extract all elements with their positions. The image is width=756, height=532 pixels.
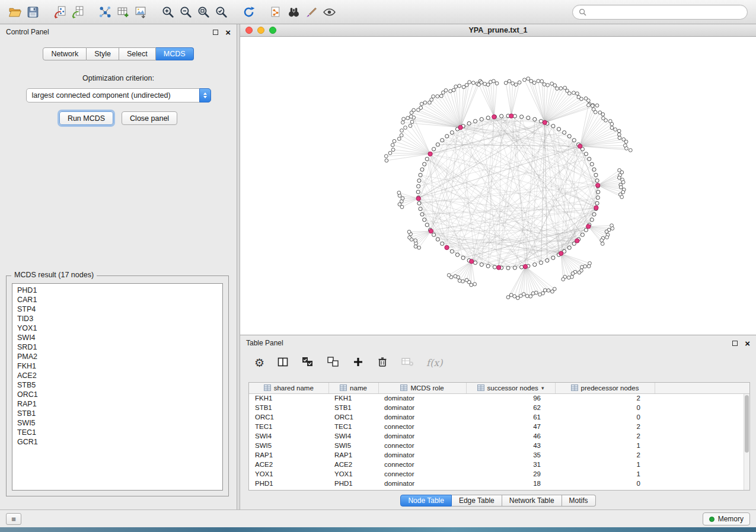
tab-motifs[interactable]: Motifs bbox=[562, 495, 596, 507]
mcds-result-item[interactable]: PMA2 bbox=[12, 352, 222, 361]
table-row[interactable]: PHD1PHD1dominator180 bbox=[249, 479, 749, 488]
mcds-result-item[interactable]: RAP1 bbox=[12, 399, 222, 409]
mcds-result-item[interactable]: SWI4 bbox=[12, 333, 222, 342]
zoom-selected-icon bbox=[215, 5, 228, 19]
mcds-result-item[interactable]: GCR1 bbox=[12, 437, 222, 447]
status-list-button[interactable]: ≡ bbox=[6, 513, 21, 525]
column-header-successor-nodes[interactable]: successor nodes▾ bbox=[466, 383, 555, 393]
table-row[interactable]: RAP1RAP1dominator352 bbox=[249, 450, 749, 460]
mcds-result-item[interactable]: SRD1 bbox=[12, 342, 222, 352]
network-canvas[interactable] bbox=[240, 37, 756, 335]
delete-table-icon bbox=[401, 356, 414, 368]
select-all-icon bbox=[301, 356, 314, 368]
tab-style[interactable]: Style bbox=[87, 47, 119, 60]
table-scrollbar[interactable] bbox=[744, 394, 749, 490]
run-mcds-button[interactable]: Run MCDS bbox=[59, 111, 113, 125]
save-session-button[interactable] bbox=[24, 3, 42, 21]
mcds-result-item[interactable]: SWI5 bbox=[12, 418, 222, 428]
copy-network-button[interactable] bbox=[267, 3, 285, 21]
table-row[interactable]: ACE2ACE2connector311 bbox=[249, 460, 749, 469]
network-button[interactable] bbox=[96, 3, 114, 21]
search-box[interactable] bbox=[572, 5, 748, 20]
import-table-button[interactable] bbox=[69, 3, 87, 21]
mcds-result-item[interactable]: CAR1 bbox=[12, 295, 222, 305]
tab-select[interactable]: Select bbox=[119, 47, 156, 60]
mcds-result-item[interactable]: PHD1 bbox=[12, 286, 222, 295]
window-zoom-button[interactable] bbox=[269, 27, 276, 34]
search-icon bbox=[579, 8, 586, 16]
deselect-all-button[interactable] bbox=[327, 356, 340, 370]
export-image-button[interactable] bbox=[132, 3, 149, 21]
close-panel-button[interactable]: Close panel bbox=[122, 111, 177, 125]
zoom-out-icon bbox=[179, 5, 193, 19]
mcds-result-item[interactable]: TID3 bbox=[12, 314, 222, 323]
close-panel-icon[interactable]: × bbox=[225, 28, 231, 37]
import-table-icon bbox=[71, 5, 85, 19]
mcds-result-item[interactable]: TEC1 bbox=[12, 428, 222, 437]
column-header-mcds-role[interactable]: MCDS role bbox=[378, 383, 466, 393]
table-row[interactable]: TEC1TEC1connector472 bbox=[249, 422, 749, 431]
table-row[interactable]: SWI4SWI4dominator462 bbox=[249, 431, 749, 441]
style-brush-icon bbox=[305, 5, 318, 19]
table-row[interactable]: ORC1ORC1dominator610 bbox=[249, 412, 749, 422]
table-tabs: Node TableEdge TableNetwork TableMotifs bbox=[240, 495, 756, 507]
tab-edge-table[interactable]: Edge Table bbox=[452, 495, 502, 507]
show-hide-button[interactable] bbox=[320, 3, 338, 21]
table-scrollbar-thumb[interactable] bbox=[745, 395, 749, 453]
memory-label: Memory bbox=[718, 515, 744, 523]
column-sort-icon bbox=[340, 384, 347, 391]
float-panel-icon[interactable] bbox=[213, 30, 218, 35]
float-table-panel-icon[interactable] bbox=[732, 341, 738, 346]
zoom-out-button[interactable] bbox=[177, 3, 194, 21]
select-all-button[interactable] bbox=[301, 356, 314, 370]
mcds-result-item[interactable]: YOX1 bbox=[12, 323, 222, 333]
search-network-button[interactable] bbox=[285, 3, 302, 21]
mcds-result-item[interactable]: STB1 bbox=[12, 409, 222, 418]
control-panel-header: Control Panel × bbox=[0, 24, 237, 40]
column-sort-icon bbox=[400, 384, 407, 391]
tab-node-table[interactable]: Node Table bbox=[400, 495, 452, 507]
search-input[interactable] bbox=[590, 8, 741, 17]
open-folder-button[interactable] bbox=[6, 3, 24, 21]
tab-mcds[interactable]: MCDS bbox=[156, 47, 194, 60]
mcds-result-item[interactable]: STB5 bbox=[12, 380, 222, 390]
mcds-result-item[interactable]: ORC1 bbox=[12, 390, 222, 399]
table-row[interactable]: FKH1FKH1dominator962 bbox=[249, 393, 749, 403]
delete-column-button[interactable] bbox=[377, 356, 388, 370]
plus-icon bbox=[352, 356, 364, 368]
table-row[interactable]: STB1STB1dominator620 bbox=[249, 403, 749, 412]
new-table-button[interactable] bbox=[114, 3, 132, 21]
show-columns-button[interactable] bbox=[277, 356, 289, 370]
mcds-result-item[interactable]: STP4 bbox=[12, 305, 222, 314]
memory-button[interactable]: Memory bbox=[703, 512, 750, 525]
table-row[interactable]: SWI5SWI5connector431 bbox=[249, 441, 749, 450]
zoom-in-button[interactable] bbox=[159, 3, 177, 21]
window-close-button[interactable] bbox=[245, 27, 253, 34]
refresh-button[interactable] bbox=[240, 3, 257, 21]
close-table-panel-icon[interactable]: × bbox=[745, 339, 750, 348]
network-titlebar[interactable]: YPA_prune.txt_1 bbox=[240, 24, 756, 37]
mcds-result-item[interactable]: FKH1 bbox=[12, 361, 222, 371]
mcds-buttons-row: Run MCDS Close panel bbox=[0, 111, 237, 125]
table-row[interactable]: YOX1YOX1connector291 bbox=[249, 469, 749, 479]
column-header-shared-name[interactable]: shared name bbox=[249, 383, 328, 393]
column-header-predecessor-nodes[interactable]: predecessor nodes bbox=[555, 383, 655, 393]
mcds-result-list[interactable]: PHD1CAR1STP4TID3YOX1SWI4SRD1PMA2FKH1ACE2… bbox=[12, 283, 223, 491]
optimization-select[interactable]: largest connected component (undirected) bbox=[26, 88, 211, 102]
window-minimize-button[interactable] bbox=[257, 27, 264, 34]
import-network-button[interactable] bbox=[51, 3, 69, 21]
column-header-name[interactable]: name bbox=[328, 383, 378, 393]
mcds-result-item[interactable]: ACE2 bbox=[12, 371, 222, 380]
eye-icon bbox=[323, 5, 336, 19]
export-image-icon bbox=[134, 5, 148, 19]
table-settings-button[interactable]: ⚙ bbox=[254, 357, 264, 368]
tab-network[interactable]: Network bbox=[43, 47, 87, 60]
tab-network-table[interactable]: Network Table bbox=[502, 495, 562, 507]
zoom-fit-button[interactable] bbox=[194, 3, 212, 21]
zoom-selected-button[interactable] bbox=[212, 3, 230, 21]
apply-style-button[interactable] bbox=[302, 3, 320, 21]
list-icon: ≡ bbox=[11, 515, 16, 524]
columns-icon bbox=[277, 356, 289, 368]
add-column-button[interactable] bbox=[352, 356, 364, 370]
dropdown-arrows-icon bbox=[199, 88, 211, 102]
